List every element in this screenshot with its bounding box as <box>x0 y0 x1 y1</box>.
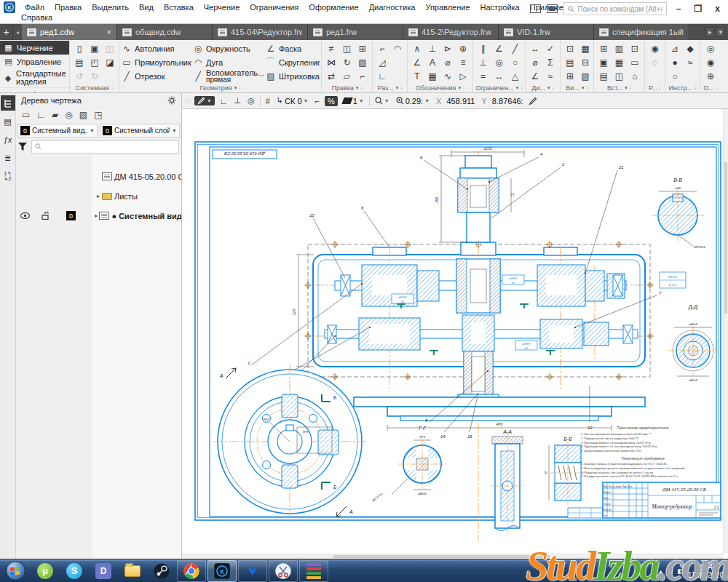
sum-icon[interactable]: Σ <box>543 56 558 69</box>
minimize-button[interactable]: – <box>673 4 685 14</box>
arrow-mark-icon[interactable]: ▷ <box>456 70 470 83</box>
taskbar-discord-icon[interactable]: D <box>89 560 118 582</box>
menu-item[interactable]: Выделить <box>87 3 134 12</box>
expand-icon[interactable]: ▸ <box>93 212 99 219</box>
taskbar-health-icon[interactable]: ♥ <box>238 560 267 582</box>
perpendicular-mark-icon[interactable]: ⊥ <box>425 42 440 55</box>
insert-sheet-icon[interactable]: ▤ <box>596 70 611 83</box>
wave-icon[interactable]: ∿ <box>440 70 455 83</box>
menu-item[interactable]: Вид <box>134 3 159 12</box>
taskbar-steam-icon[interactable] <box>147 560 176 582</box>
tray-expand-icon[interactable]: ▴ <box>659 567 662 575</box>
point-icon[interactable]: ● <box>668 56 682 69</box>
clip-icon[interactable]: ⊿ <box>668 42 682 55</box>
zoom-ghost-icon[interactable]: ◌ <box>648 56 662 69</box>
print-icon[interactable]: ▤ <box>72 56 87 69</box>
tray-icon[interactable]: ◧ <box>677 567 684 575</box>
taskbar-skype-icon[interactable]: S <box>60 560 89 582</box>
insert-fragment-icon[interactable]: ▣ <box>596 56 611 69</box>
measure-distance-icon[interactable]: ↔ <box>528 42 542 55</box>
redo-icon[interactable]: ↻ <box>87 70 102 83</box>
insert-home-icon[interactable]: ⌂ <box>628 70 642 83</box>
zoom-value-select[interactable]: 0.29: ▼ <box>395 96 431 106</box>
taskbar-chrome-icon[interactable] <box>177 560 206 582</box>
new-document-icon[interactable]: ▯ <box>72 42 87 55</box>
open-document-icon[interactable]: ▣ <box>87 42 102 55</box>
table-icon[interactable]: ▦ <box>425 70 440 83</box>
point-snap-icon[interactable]: ◎ <box>246 95 256 106</box>
filter-icon[interactable] <box>18 143 28 151</box>
insert-table-icon[interactable]: ▦ <box>612 56 626 69</box>
taskbar-clock[interactable]: 21:4 11.03.2020 <box>688 563 724 579</box>
fragment-icon[interactable]: ◳ <box>94 110 102 120</box>
view-layout-icon[interactable]: ▤ <box>563 56 577 69</box>
drawing-tree-panel-button[interactable] <box>1 95 15 111</box>
picture-icon[interactable]: ▨ <box>79 110 87 120</box>
array-icon[interactable]: ⊞ <box>355 42 370 55</box>
horizontal-scrollbar[interactable] <box>182 554 723 559</box>
tab-list-button[interactable]: ▾ <box>716 27 725 37</box>
perpendicular-icon[interactable]: ⊥ <box>476 56 491 69</box>
measure-diameter-icon[interactable]: ⌀ <box>528 56 542 69</box>
taskbar-snipping-tool-icon[interactable] <box>269 560 298 582</box>
undo-icon[interactable]: ↺ <box>72 70 87 83</box>
history-panel-button[interactable]: 1↰↳2 <box>1 168 15 183</box>
layers-panel-button[interactable]: ≣ <box>1 150 15 165</box>
tree-item-sheets[interactable]: ▸ Листы <box>16 186 181 206</box>
tree-item-document[interactable]: ДМ 415-05.20.00 СБ Мо... <box>16 167 181 186</box>
menu-item[interactable]: Настройка <box>475 3 525 12</box>
view-grid-icon[interactable]: ▦ <box>578 42 593 55</box>
rounding-toggle-icon[interactable]: ⌐ <box>313 96 320 106</box>
save-icon[interactable]: ◫ <box>103 42 117 55</box>
macro-icon[interactable]: ◎ <box>65 110 72 120</box>
document-tab[interactable]: общвид.cdw × <box>117 24 213 40</box>
taskbar-utorrent-icon[interactable]: µ <box>31 560 60 582</box>
menu-item[interactable]: Правка <box>50 3 87 12</box>
concentric-icon[interactable]: ◎ <box>492 56 507 69</box>
copy-icon[interactable]: ◫ <box>339 42 354 55</box>
rings-icon[interactable]: ◎ <box>703 42 718 55</box>
grid-toggle-icon[interactable]: # <box>264 96 272 106</box>
variables-panel-button[interactable]: ƒx <box>1 132 15 147</box>
geometry-tool-button[interactable]: ∠ Фаска <box>266 44 320 54</box>
lock-icon[interactable] <box>41 212 49 220</box>
mirror-icon[interactable]: ⋈ <box>324 56 339 69</box>
edit-pencil-icon[interactable] <box>529 97 537 105</box>
restore-button[interactable]: ❐ <box>691 4 706 14</box>
layer-select[interactable]: 1 ▼ <box>341 96 365 106</box>
measure-angle-icon[interactable]: ∠ <box>528 70 542 83</box>
save-as-icon[interactable]: ◪ <box>103 56 117 69</box>
document-tab[interactable]: 415-2\Редуктор.frw × <box>403 24 499 40</box>
menu-item[interactable]: Управление <box>420 3 475 12</box>
leader-text-icon[interactable]: А <box>425 56 440 69</box>
tray-icon[interactable]: ▥ <box>667 567 673 575</box>
new-view-icon[interactable]: ▭ <box>22 110 30 120</box>
plus-circle-icon[interactable]: ⊕ <box>703 70 718 83</box>
target-icon[interactable]: ◉ <box>703 56 718 69</box>
vertical-scrollbar[interactable] <box>723 109 728 554</box>
equal-mark-icon[interactable]: ≡ <box>456 56 470 69</box>
insert-picture-icon[interactable]: ▥ <box>612 42 626 55</box>
current-view-select[interactable]: 0 Системный вид...▼ <box>17 124 98 137</box>
menu-item[interactable]: Оформление <box>304 3 363 12</box>
scale-icon[interactable]: ▱ <box>339 70 354 83</box>
taskbar-kompas-icon[interactable]: К <box>207 560 237 582</box>
workspace-tab-management[interactable]: ▤ Управление <box>0 55 69 68</box>
menu-item[interactable]: Вставка <box>159 3 199 12</box>
angle-dimension-icon[interactable]: ∟ <box>375 70 389 83</box>
drawing-canvas[interactable]: ДМ 415-05.20.00 СБ <box>182 109 728 559</box>
view-hatch-icon[interactable]: ▧ <box>578 70 593 83</box>
insert-view-icon[interactable]: ⊞ <box>596 42 611 55</box>
approx-icon[interactable]: ≈ <box>543 70 558 83</box>
cs-icon[interactable]: ∟ <box>36 110 45 120</box>
angle-icon[interactable]: ∠ <box>492 42 507 55</box>
fix-point-icon[interactable]: ○ <box>508 56 523 69</box>
radial-dimension-icon[interactable]: ◿ <box>375 56 389 69</box>
fix-icon[interactable]: △ <box>508 70 523 83</box>
geometry-tool-button[interactable]: ◠ Дуга <box>193 57 266 68</box>
snap-mode-button[interactable]: ▼ <box>194 96 215 105</box>
tree-item-system-view[interactable]: 0 ▸ ● Системный вид (1: <box>16 206 181 226</box>
marker-icon[interactable]: ⊳ <box>440 42 455 55</box>
insert-frame-icon[interactable]: ▭ <box>628 56 642 69</box>
deform-icon[interactable]: ▨ <box>355 56 370 69</box>
